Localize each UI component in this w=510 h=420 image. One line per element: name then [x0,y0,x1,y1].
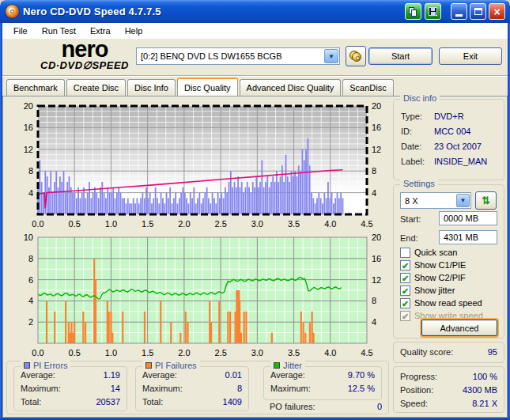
window-title: Nero CD-DVD Speed 4.7.7.5 [23,0,161,23]
speed-selector[interactable]: 8 X ▼ [400,192,471,209]
copy-icon [409,7,417,17]
app-icon [6,5,19,18]
disc-id-value: MCC 004 [434,127,470,136]
checkbox-icon[interactable]: ✔ [400,298,410,308]
end-position-label: End: [400,233,418,243]
svg-text:0.0: 0.0 [32,348,43,358]
speed-value: 8.21 X [472,399,497,408]
progress-value: 100 % [473,372,497,381]
speed-label: Speed: [400,399,428,408]
chevron-down-icon[interactable]: ▼ [456,194,470,207]
svg-text:4.0: 4.0 [324,348,336,358]
start-position-field[interactable]: 0000 MB [439,211,497,225]
svg-text:1.0: 1.0 [105,219,117,229]
copy-results-button[interactable] [405,3,421,20]
floppy-icon [429,7,437,16]
disc-type-value: DVD+R [434,112,464,121]
checkbox-icon[interactable]: ✔ [400,286,410,296]
window-frame-left [0,23,2,420]
menu-bar: File Run Test Extra Help [2,23,508,39]
jitter-title: Jitter [283,361,302,370]
pif-average: 0.01 [225,370,242,380]
end-position-field[interactable]: 4301 MB [439,230,497,244]
svg-text:0.0: 0.0 [32,219,43,229]
progress-label: Progress: [400,372,437,381]
show-jitter-checkbox[interactable]: ✔Show jitter [400,285,455,296]
svg-text:12: 12 [372,275,381,285]
start-position-label: Start: [400,214,421,224]
svg-text:4.5: 4.5 [361,348,372,358]
svg-text:1.5: 1.5 [142,348,153,358]
menu-file[interactable]: File [6,23,35,39]
tab-disc-info[interactable]: Disc Info [127,79,176,96]
quality-score-label: Quality score: [400,347,453,357]
po-failures-row: PO failures: 0 [270,402,382,411]
stats-panel: PI Errors Average:1.19 Maximum:14 Total:… [6,361,389,414]
jitter-average: 9.70 % [348,370,375,380]
tab-advanced-disc-quality[interactable]: Advanced Disc Quality [240,79,342,96]
exit-button[interactable]: Exit [439,47,502,65]
svg-text:8: 8 [28,254,33,263]
disc-info-group: Disc info Type:DVD+R ID:MCC 004 Date:23 … [393,99,504,180]
refresh-icon: ⇅ [482,195,490,206]
app-window: Nero CD-DVD Speed 4.7.7.5 × File Run Tes… [0,0,510,420]
po-failures-label: PO failures: [270,402,315,411]
svg-text:16: 16 [372,123,381,132]
svg-text:3.5: 3.5 [288,219,300,229]
po-failures-value: 0 [377,402,382,411]
disc-date-value: 23 Oct 2007 [434,142,482,151]
eject-disc-button[interactable] [346,46,366,66]
minimize-icon [455,14,463,17]
checkbox-icon[interactable] [400,248,410,258]
svg-text:3.0: 3.0 [251,348,263,358]
svg-text:2.0: 2.0 [178,219,190,229]
pi-errors-group: PI Errors Average:1.19 Maximum:14 Total:… [13,366,127,411]
disc-id-label: ID: [401,127,434,136]
svg-text:8: 8 [28,166,33,176]
pi-errors-legend-icon [24,362,30,369]
menu-extra[interactable]: Extra [83,23,118,39]
tab-create-disc[interactable]: Create Disc [66,79,126,96]
chevron-down-icon[interactable]: ▼ [324,49,338,63]
quality-score-value: 95 [488,347,497,357]
svg-text:0.5: 0.5 [69,348,81,358]
pif-total: 1409 [223,397,242,407]
show-c2-pif-checkbox[interactable]: ✔Show C2/PIF [400,272,466,283]
advanced-button[interactable]: Advanced [421,320,497,336]
minimize-button[interactable] [451,3,467,20]
refresh-button[interactable]: ⇅ [475,191,497,210]
quick-scan-checkbox[interactable]: Quick scan [400,247,457,258]
drive-selector[interactable]: [0:2] BENQ DVD LS DW1655 BCGB ▼ [136,47,340,65]
svg-text:2.0: 2.0 [178,348,190,358]
tab-benchmark[interactable]: Benchmark [6,79,65,96]
svg-text:2.5: 2.5 [214,219,226,229]
pi-errors-title: PI Errors [33,361,67,370]
pie-average: 1.19 [104,370,120,380]
pi-failures-title: PI Failures [155,361,197,370]
svg-text:2.5: 2.5 [214,348,226,358]
svg-text:12: 12 [24,145,33,154]
menu-help[interactable]: Help [118,23,150,39]
jitter-legend-icon [274,362,280,369]
save-results-button[interactable] [425,3,441,20]
pi-failures-group: PI Failures Average:0.01 Maximum:8 Total… [135,366,249,411]
tab-disc-quality[interactable]: Disc Quality [177,78,238,96]
svg-text:2: 2 [28,317,33,327]
pie-maximum: 14 [111,384,120,393]
maximize-button[interactable] [470,3,486,20]
svg-text:20: 20 [372,101,381,111]
svg-text:1.0: 1.0 [105,348,117,358]
close-button[interactable]: × [489,3,505,20]
svg-text:16: 16 [24,123,33,132]
menu-run-test[interactable]: Run Test [35,23,83,39]
tab-scandisc[interactable]: ScanDisc [342,79,393,96]
settings-group: Settings 8 X ▼ ⇅ Start: 0000 MB End: 430… [393,184,504,339]
show-c1-pie-checkbox[interactable]: ✔Show C1/PIE [400,259,466,271]
start-button[interactable]: Start [368,47,433,65]
disc-date-label: Date: [401,142,434,151]
quality-charts: 48121620481216200.00.51.01.52.02.53.03.5… [8,98,389,360]
checkbox-icon[interactable]: ✔ [400,273,410,283]
show-read-speed-checkbox[interactable]: ✔Show read speed [400,297,482,308]
quality-score-panel: Quality score: 95 [393,342,504,363]
checkbox-icon[interactable]: ✔ [400,260,410,271]
